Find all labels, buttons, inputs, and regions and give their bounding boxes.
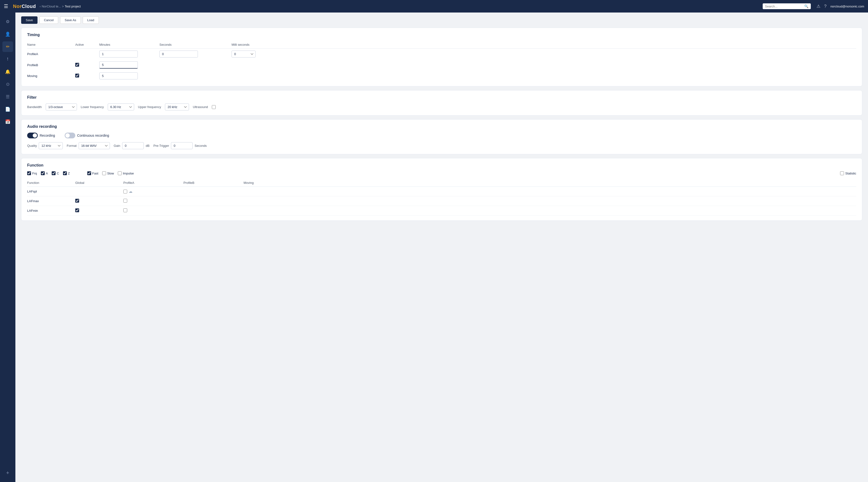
- sidebar: ⚙ 👤 ✏ ! 🔔 ⊙ ☰ 📄 📅 +: [0, 12, 16, 482]
- a-checkbox[interactable]: [41, 171, 45, 175]
- col-name: Name: [27, 41, 75, 49]
- check-a[interactable]: A: [41, 171, 48, 175]
- cancel-button[interactable]: Cancel: [39, 17, 58, 24]
- save-as-button[interactable]: Save As: [60, 17, 81, 24]
- breadcrumb-separator: >: [62, 5, 64, 8]
- check-c[interactable]: C: [52, 171, 59, 175]
- statistic-checkbox[interactable]: [840, 171, 844, 175]
- continuous-toggle[interactable]: [65, 133, 75, 138]
- statistic-label: Statistic: [845, 172, 856, 175]
- moving-minutes-input[interactable]: [99, 73, 138, 79]
- quality-select[interactable]: 12 kHz 24 kHz 48 kHz: [39, 142, 63, 149]
- gain-unit: dB: [146, 144, 150, 147]
- fast-checkbox[interactable]: [87, 171, 91, 175]
- sidebar-item-calendar[interactable]: 📅: [2, 116, 13, 127]
- user-email: norcloud@norsonic.com: [831, 5, 864, 8]
- topnav: ☰ NorCloud ‹ NorCloud te... > Test proje…: [0, 0, 868, 12]
- check-fast[interactable]: Fast: [87, 171, 98, 175]
- profilea-ms-select[interactable]: 0 100 250 500: [231, 51, 256, 58]
- filter-section: Filter Bandwidth 1/3-octave Octave 1/6-o…: [21, 90, 862, 115]
- lafmin-moving: [244, 206, 856, 216]
- check-statistic[interactable]: Statistic: [840, 171, 856, 175]
- recording-toggle-wrap: Recording: [27, 133, 55, 138]
- lafmax-profilea-checkbox[interactable]: [123, 199, 127, 203]
- a-label: A: [46, 172, 48, 175]
- check-slow[interactable]: Slow: [102, 171, 114, 175]
- pretrigger-input[interactable]: [171, 142, 193, 149]
- profilea-seconds-input[interactable]: [159, 51, 198, 58]
- sidebar-item-compass[interactable]: ⊙: [2, 79, 13, 89]
- col-seconds: Seconds: [159, 41, 231, 49]
- lafspl-profilea-checkbox[interactable]: [123, 190, 127, 194]
- profilea-minutes-input[interactable]: [99, 51, 138, 58]
- search-input[interactable]: [765, 5, 803, 8]
- sidebar-item-list[interactable]: ☰: [2, 91, 13, 102]
- moving-minutes-cell: [99, 70, 159, 81]
- pretrigger-label: Pre-Trigger: [153, 144, 169, 147]
- function-checks: Frq A C Z Fast Slow: [27, 171, 856, 175]
- recording-toggle[interactable]: [27, 133, 38, 138]
- function-row-lafspl: LAFspl ☁: [27, 187, 856, 196]
- sidebar-item-document[interactable]: 📄: [2, 104, 13, 115]
- profileb-seconds-cell: [159, 59, 231, 70]
- breadcrumb-parent[interactable]: NorCloud te...: [41, 5, 61, 8]
- ultrasound-label: Ultrasound: [193, 105, 208, 109]
- sidebar-item-edit[interactable]: ✏: [2, 41, 13, 52]
- warning-icon[interactable]: ⚠: [816, 4, 820, 9]
- func-col-profileb: ProfileB: [183, 179, 244, 187]
- gain-input[interactable]: [122, 142, 144, 149]
- sidebar-item-bell[interactable]: 🔔: [2, 66, 13, 77]
- hamburger-icon[interactable]: ☰: [4, 3, 8, 9]
- audio-toggles-row: Recording Continuous recording: [27, 133, 856, 138]
- timing-row-profilea: ProfileA 0 100 250 500: [27, 49, 856, 60]
- check-impulse[interactable]: Impulse: [118, 171, 134, 175]
- upper-freq-select[interactable]: 20 kHz 16 kHz 12.5 kHz: [165, 104, 189, 110]
- slow-checkbox[interactable]: [102, 171, 106, 175]
- c-checkbox[interactable]: [52, 171, 56, 175]
- lafmax-global-checkbox[interactable]: [75, 199, 79, 203]
- moving-active-checkbox[interactable]: [75, 74, 79, 78]
- breadcrumb-back-icon[interactable]: ‹: [40, 5, 41, 8]
- pretrigger-unit: Seconds: [194, 144, 207, 147]
- frq-checkbox[interactable]: [27, 171, 31, 175]
- lower-freq-select[interactable]: 6.30 Hz 8 Hz 10 Hz 12.5 Hz: [108, 104, 134, 110]
- upper-freq-label: Upper frequency: [138, 105, 161, 109]
- col-minutes: Minutes: [99, 41, 159, 49]
- help-icon[interactable]: ?: [824, 4, 827, 9]
- topnav-icons: ⚠ ? norcloud@norsonic.com: [816, 4, 864, 9]
- profileb-active-checkbox[interactable]: [75, 63, 79, 67]
- lafspl-global: [75, 187, 123, 196]
- sidebar-item-settings[interactable]: ⚙: [2, 17, 13, 27]
- moving-active-cell: [75, 70, 99, 81]
- profilea-minutes-cell: [99, 49, 159, 60]
- sidebar-item-add[interactable]: +: [2, 467, 13, 478]
- profileb-minutes-input[interactable]: [99, 61, 138, 68]
- save-button[interactable]: Save: [21, 17, 37, 24]
- lafmin-global: [75, 206, 123, 216]
- lafspl-name: LAFspl: [27, 187, 75, 196]
- fast-label: Fast: [92, 172, 98, 175]
- lafmin-global-checkbox[interactable]: [75, 208, 79, 212]
- format-select[interactable]: 16-bit WAV 24-bit WAV 32-bit WAV: [79, 142, 110, 149]
- z-checkbox[interactable]: [63, 171, 67, 175]
- filter-row: Bandwidth 1/3-octave Octave 1/6-octave L…: [27, 104, 856, 110]
- search-box[interactable]: 🔍: [763, 3, 811, 9]
- sidebar-item-alert[interactable]: !: [2, 54, 13, 64]
- bandwidth-label: Bandwidth: [27, 105, 42, 109]
- impulse-checkbox[interactable]: [118, 171, 122, 175]
- check-frq[interactable]: Frq: [27, 171, 37, 175]
- sidebar-item-user[interactable]: 👤: [2, 29, 13, 39]
- bandwidth-select[interactable]: 1/3-octave Octave 1/6-octave: [46, 104, 77, 110]
- lafmin-profileb: [183, 206, 244, 216]
- profilea-active-cell: [75, 49, 99, 60]
- check-z[interactable]: Z: [63, 171, 70, 175]
- lower-freq-label: Lower frequency: [81, 105, 104, 109]
- timing-title: Timing: [27, 33, 856, 37]
- load-button[interactable]: Load: [83, 17, 99, 24]
- profileb-ms-cell: [231, 59, 856, 70]
- ultrasound-checkbox[interactable]: [212, 105, 216, 109]
- lafmin-profilea-checkbox[interactable]: [123, 208, 127, 212]
- logo: NorCloud: [13, 4, 36, 9]
- function-table: Function Global ProfileA ProfileB Moving…: [27, 179, 856, 216]
- main-content: Save Cancel Save As Load Timing Name Act…: [16, 12, 868, 482]
